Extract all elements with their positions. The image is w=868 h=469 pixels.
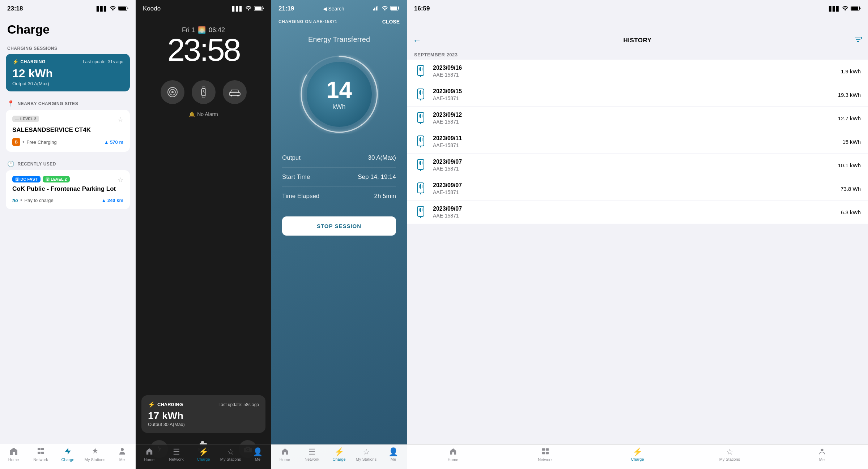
nearby-card[interactable]: — LEVEL 2 ☆ SALESANDSERVICE CT4K B • Fre… bbox=[6, 110, 130, 152]
favorite-icon[interactable]: ☆ bbox=[118, 116, 123, 124]
stop-session-button[interactable]: STOP SESSION bbox=[282, 216, 396, 236]
tab-network-1[interactable]: Network bbox=[27, 447, 54, 462]
history-date-4: 2023/09/07 bbox=[433, 159, 832, 165]
wifi-icon-4 bbox=[842, 6, 848, 12]
svg-rect-5 bbox=[38, 452, 41, 454]
status-bar-3: 21:19 ◀ Search bbox=[271, 0, 407, 15]
mystations-tab-label-4: My Stations bbox=[719, 457, 740, 461]
svg-rect-4 bbox=[41, 448, 44, 450]
history-item-3[interactable]: 2023/09/11 AAE-15871 15 kWh bbox=[407, 130, 868, 153]
history-energy-4: 10.1 kWh bbox=[838, 162, 861, 168]
history-energy-0: 1.9 kWh bbox=[841, 68, 861, 74]
tab-mystations-1[interactable]: My Stations bbox=[81, 447, 109, 462]
history-item-1[interactable]: 2023/09/15 AAE-15871 19.3 kWh bbox=[407, 83, 868, 106]
tab-charge-4[interactable]: ⚡ Charge bbox=[591, 448, 684, 461]
level2-badge: 2 LEVEL 2 bbox=[43, 176, 70, 182]
filter-icon[interactable] bbox=[854, 36, 862, 45]
lock-notification: ⚡ CHARGING Last update: 58s ago 17 kWh O… bbox=[141, 395, 265, 433]
charge-tab-label-1: Charge bbox=[61, 457, 74, 462]
pay-charge-label: Pay to charge bbox=[25, 198, 54, 203]
recent-station-name: CoK Public - Frontenac Parking Lot bbox=[12, 185, 123, 193]
recently-card[interactable]: 2 DC FAST 2 LEVEL 2 ☆ CoK Public - Front… bbox=[6, 170, 130, 209]
close-button[interactable]: CLOSE bbox=[382, 19, 400, 25]
history-station-1: AAE-15871 bbox=[433, 95, 832, 101]
tab-charge-2[interactable]: ⚡ Charge bbox=[190, 448, 217, 461]
output-label: Output bbox=[282, 154, 301, 162]
tab-mystations-4[interactable]: ☆ My Stations bbox=[684, 448, 776, 461]
signal-icon-1: ▋▋▋ bbox=[97, 6, 107, 12]
charger-icon-0 bbox=[414, 65, 427, 78]
home-tab-label-1: Home bbox=[8, 457, 19, 462]
home-icon-3 bbox=[281, 448, 289, 456]
free-charge-label: Free Charging bbox=[27, 139, 57, 145]
koodo-status-bar: Koodo ▋▋▋ bbox=[136, 0, 271, 15]
tab-bar-2: Home ☰ Network ⚡ Charge ☆ My Stations 👤 … bbox=[136, 444, 271, 469]
arrow-up-icon: ▲ bbox=[104, 139, 109, 145]
lock-notif-update: Last update: 58s ago bbox=[218, 402, 259, 407]
svg-rect-2 bbox=[119, 7, 126, 10]
tab-network-4[interactable]: Network bbox=[499, 448, 591, 462]
tab-charge-1[interactable]: Charge bbox=[54, 447, 81, 462]
tab-home-4[interactable]: Home bbox=[407, 448, 499, 462]
me-icon-3: 👤 bbox=[388, 448, 398, 456]
screen-charging-session: 21:19 ◀ Search bbox=[271, 0, 407, 469]
network-tab-label-2: Network bbox=[169, 457, 183, 461]
history-item-0[interactable]: 2023/09/16 AAE-15871 1.9 kWh bbox=[407, 60, 868, 83]
tab-network-2[interactable]: ☰ Network bbox=[163, 448, 190, 461]
status-icons-4: ▋▋▋ bbox=[829, 6, 861, 12]
history-info-4: 2023/09/07 AAE-15871 bbox=[433, 159, 832, 172]
elapsed-row: Time Elapsed 2h 5min bbox=[282, 187, 396, 206]
energy-value: 14 bbox=[326, 78, 352, 102]
mystations-icon-3: ☆ bbox=[363, 448, 370, 456]
history-item-2[interactable]: 2023/09/12 AAE-15871 12.7 kWh bbox=[407, 107, 868, 130]
tab-network-3[interactable]: ☰ Network bbox=[298, 448, 326, 461]
svg-marker-7 bbox=[65, 448, 71, 455]
flo-logo: flo bbox=[12, 198, 18, 203]
favorite-icon-2[interactable]: ☆ bbox=[118, 176, 123, 184]
tab-mystations-2[interactable]: ☆ My Stations bbox=[217, 448, 244, 461]
home-icon-4 bbox=[449, 448, 457, 456]
mystations-tab-label-2: My Stations bbox=[220, 457, 241, 461]
history-date-1: 2023/09/15 bbox=[433, 88, 832, 95]
energy-circle: 14 kWh bbox=[299, 55, 379, 134]
history-title: HISTORY bbox=[414, 37, 861, 44]
history-energy-6: 6.3 kWh bbox=[841, 209, 861, 215]
tab-mystations-3[interactable]: ☆ My Stations bbox=[353, 448, 380, 461]
alarm-icon: 🔔 bbox=[189, 111, 195, 117]
history-energy-5: 73.8 Wh bbox=[841, 186, 861, 192]
tab-bar-1: Home Network Charge bbox=[0, 444, 136, 469]
svg-point-0 bbox=[112, 9, 114, 10]
tab-me-1[interactable]: Me bbox=[109, 447, 136, 462]
history-item-4[interactable]: 2023/09/07 AAE-15871 10.1 kWh bbox=[407, 154, 868, 177]
history-item-5[interactable]: 2023/09/07 AAE-15871 73.8 Wh bbox=[407, 177, 868, 200]
history-station-4: AAE-15871 bbox=[433, 166, 832, 172]
svg-rect-78 bbox=[545, 448, 548, 451]
mystations-tab-label-1: My Stations bbox=[85, 457, 105, 462]
elapsed-label: Time Elapsed bbox=[282, 193, 319, 200]
tab-home-3[interactable]: Home bbox=[271, 448, 298, 462]
tab-bar-3: Home ☰ Network ⚡ Charge ☆ My Stations 👤 … bbox=[271, 444, 407, 469]
svg-rect-29 bbox=[376, 7, 377, 10]
battery-icon-1 bbox=[118, 6, 128, 12]
wifi-icon-3 bbox=[382, 5, 388, 12]
arrow-up-icon-2: ▲ bbox=[101, 198, 106, 203]
tab-me-4[interactable]: Me bbox=[776, 448, 868, 462]
level-badge: — LEVEL 2 bbox=[12, 116, 39, 122]
session-details: Output 30 A(Max) Start Time Sep 14, 19:1… bbox=[271, 138, 407, 213]
tab-charge-3[interactable]: ⚡ Charge bbox=[326, 448, 353, 461]
tab-me-3[interactable]: 👤 Me bbox=[380, 448, 407, 461]
history-energy-2: 12.7 kWh bbox=[838, 115, 861, 121]
back-button[interactable]: ← bbox=[413, 35, 421, 46]
svg-point-22 bbox=[237, 95, 239, 96]
charging-card[interactable]: ⚡ CHARGING Last update: 31s ago 12 kWh O… bbox=[6, 54, 130, 91]
charging-update: Last update: 31s ago bbox=[83, 59, 123, 64]
tab-home-2[interactable]: Home bbox=[136, 448, 163, 462]
history-station-6: AAE-15871 bbox=[433, 213, 835, 219]
charger-icon-5 bbox=[414, 182, 427, 195]
recently-label: 🕐 RECENTLY USED bbox=[0, 155, 136, 170]
tab-me-2[interactable]: 👤 Me bbox=[244, 448, 271, 461]
charging-badge: ⚡ CHARGING bbox=[12, 59, 46, 65]
tab-home-1[interactable]: Home bbox=[0, 447, 27, 462]
history-item-6[interactable]: 2023/09/07 AAE-15871 6.3 kWh bbox=[407, 201, 868, 224]
svg-rect-20 bbox=[229, 92, 240, 95]
